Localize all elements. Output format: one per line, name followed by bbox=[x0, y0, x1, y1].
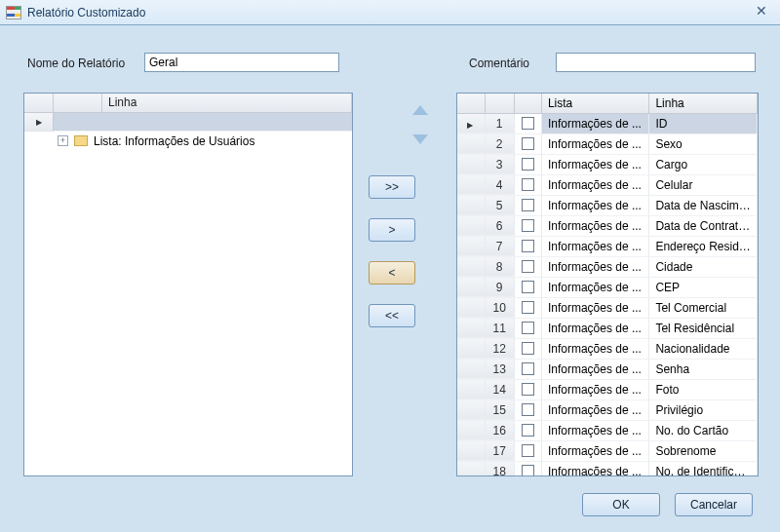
row-checkbox[interactable] bbox=[522, 281, 534, 293]
lista-cell: Informações de ... bbox=[541, 236, 649, 256]
row-checkbox[interactable] bbox=[522, 260, 534, 273]
row-checkbox[interactable] bbox=[522, 465, 534, 475]
row-checkbox[interactable] bbox=[522, 342, 534, 355]
row-checkbox[interactable] bbox=[522, 137, 534, 150]
checkbox-cell bbox=[514, 133, 541, 154]
remove-all-button[interactable]: << bbox=[369, 304, 415, 327]
table-row[interactable]: 10Informações de ...Tel Comercial bbox=[457, 297, 758, 318]
linha-cell: Endereço Reside... bbox=[649, 236, 758, 256]
lista-cell: Informações de ... bbox=[541, 256, 649, 277]
table-row[interactable]: 8Informações de ...Cidade bbox=[457, 256, 758, 277]
table-row[interactable]: 12Informações de ...Nacionalidade bbox=[457, 338, 758, 359]
move-down-icon[interactable] bbox=[412, 134, 428, 144]
table-row[interactable]: 9Informações de ...CEP bbox=[457, 277, 758, 297]
row-header bbox=[457, 440, 485, 461]
row-header bbox=[457, 133, 485, 154]
linha-cell: Tel Residêncial bbox=[649, 318, 758, 338]
linha-cell: Foto bbox=[649, 379, 758, 399]
remove-one-button[interactable]: < bbox=[369, 261, 415, 285]
row-number: 17 bbox=[485, 440, 514, 461]
lista-cell: Informações de ... bbox=[541, 154, 649, 174]
linha-cell: Data de Nascime... bbox=[649, 195, 758, 215]
row-checkbox[interactable] bbox=[522, 158, 534, 171]
row-checkbox[interactable] bbox=[522, 199, 534, 211]
checkbox-cell bbox=[514, 113, 541, 133]
report-name-input[interactable] bbox=[144, 53, 339, 72]
left-header-blank2 bbox=[54, 94, 102, 112]
ok-button[interactable]: OK bbox=[582, 493, 660, 516]
row-checkbox[interactable] bbox=[522, 178, 534, 191]
comment-input[interactable] bbox=[556, 53, 756, 72]
close-icon[interactable]: ✕ bbox=[749, 4, 774, 21]
table-row[interactable]: 4Informações de ...Celular bbox=[457, 174, 758, 195]
table-row[interactable]: 6Informações de ...Data de Contrata... bbox=[457, 215, 758, 236]
row-checkbox[interactable] bbox=[522, 424, 534, 437]
move-up-icon[interactable] bbox=[412, 105, 428, 115]
left-body: ▶ + Lista: Informações de Usuários bbox=[24, 113, 352, 475]
checkbox-cell bbox=[514, 399, 541, 420]
row-number: 7 bbox=[485, 236, 514, 256]
checkbox-cell bbox=[514, 174, 541, 195]
linha-cell: No. de Identificac... bbox=[649, 461, 758, 475]
row-checkbox[interactable] bbox=[522, 444, 534, 457]
row-header bbox=[457, 420, 485, 440]
row-checkbox[interactable] bbox=[522, 117, 534, 130]
table-row[interactable]: 17Informações de ...Sobrenome bbox=[457, 440, 758, 461]
row-number: 15 bbox=[485, 399, 514, 420]
table-row[interactable]: 18Informações de ...No. de Identificac..… bbox=[457, 461, 758, 475]
row-number: 8 bbox=[485, 256, 514, 277]
row-header bbox=[457, 461, 485, 475]
linha-cell: ID bbox=[649, 113, 758, 133]
row-header bbox=[457, 256, 485, 277]
right-panel: Lista Linha 1Informações de ...ID2Inform… bbox=[456, 93, 759, 476]
add-all-button[interactable]: >> bbox=[369, 175, 415, 199]
checkbox-cell bbox=[514, 440, 541, 461]
table-row[interactable]: 16Informações de ...No. do Cartão bbox=[457, 420, 758, 440]
linha-cell: CEP bbox=[649, 277, 758, 297]
left-selected-row[interactable]: ▶ bbox=[24, 113, 352, 132]
lista-cell: Informações de ... bbox=[541, 195, 649, 215]
lista-cell: Informações de ... bbox=[541, 461, 649, 475]
table-row[interactable]: 5Informações de ...Data de Nascime... bbox=[457, 195, 758, 215]
linha-cell: Cidade bbox=[649, 256, 758, 277]
table-row[interactable]: 1Informações de ...ID bbox=[457, 113, 758, 133]
row-number: 2 bbox=[485, 133, 514, 154]
tree-item-lista-usuarios[interactable]: + Lista: Informações de Usuários bbox=[24, 132, 352, 150]
row-checkbox[interactable] bbox=[522, 383, 534, 396]
cancel-button[interactable]: Cancelar bbox=[675, 493, 753, 516]
linha-cell: Privilégio bbox=[649, 399, 758, 420]
add-one-button[interactable]: > bbox=[369, 218, 415, 242]
table-row[interactable]: 11Informações de ...Tel Residêncial bbox=[457, 318, 758, 338]
right-header-blank3 bbox=[514, 94, 541, 113]
checkbox-cell bbox=[514, 256, 541, 277]
row-checkbox[interactable] bbox=[522, 301, 534, 314]
linha-cell: Tel Comercial bbox=[649, 297, 758, 318]
lista-cell: Informações de ... bbox=[541, 399, 649, 420]
expand-icon[interactable]: + bbox=[58, 135, 68, 146]
row-checkbox[interactable] bbox=[522, 362, 534, 375]
row-checkbox[interactable] bbox=[522, 219, 534, 232]
comment-label: Comentário bbox=[469, 57, 529, 70]
row-checkbox[interactable] bbox=[522, 403, 534, 416]
linha-cell: No. do Cartão bbox=[649, 420, 758, 440]
row-number: 4 bbox=[485, 174, 514, 195]
table-row[interactable]: 2Informações de ...Sexo bbox=[457, 133, 758, 154]
table-row[interactable]: 3Informações de ...Cargo bbox=[457, 154, 758, 174]
linha-cell: Celular bbox=[649, 174, 758, 195]
row-number: 3 bbox=[485, 154, 514, 174]
table-row[interactable]: 15Informações de ...Privilégio bbox=[457, 399, 758, 420]
table-row[interactable]: 7Informações de ...Endereço Reside... bbox=[457, 236, 758, 256]
row-header bbox=[457, 236, 485, 256]
left-header-linha: Linha bbox=[102, 94, 352, 112]
row-number: 12 bbox=[485, 338, 514, 359]
right-scroll[interactable]: Lista Linha 1Informações de ...ID2Inform… bbox=[457, 94, 758, 475]
row-number: 16 bbox=[485, 420, 514, 440]
table-row[interactable]: 14Informações de ...Foto bbox=[457, 379, 758, 399]
row-checkbox[interactable] bbox=[522, 240, 534, 252]
row-checkbox[interactable] bbox=[522, 322, 534, 334]
window-title: Relatório Customizado bbox=[27, 6, 145, 19]
table-row[interactable]: 13Informações de ...Senha bbox=[457, 359, 758, 379]
row-number: 11 bbox=[485, 318, 514, 338]
row-header bbox=[457, 215, 485, 236]
lista-cell: Informações de ... bbox=[541, 338, 649, 359]
